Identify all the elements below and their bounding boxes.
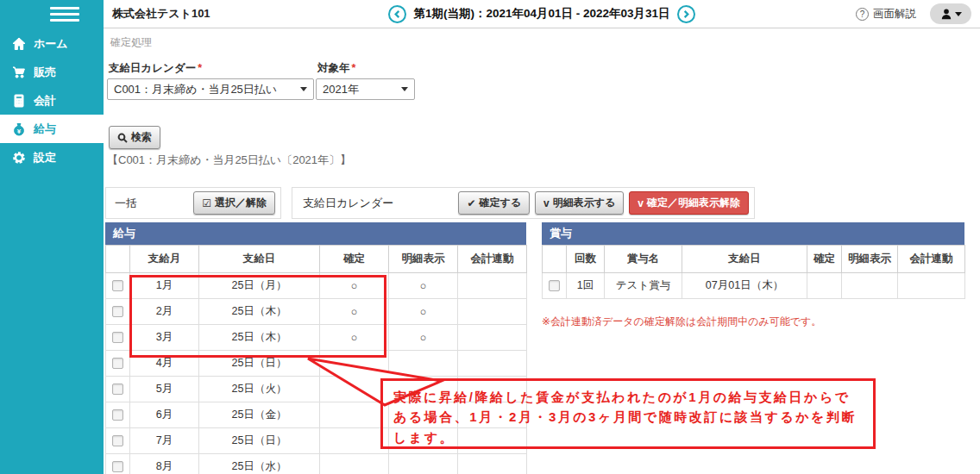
cell-month: 1月 — [130, 273, 199, 299]
table-row: 3月25日（木）○○ — [106, 325, 527, 351]
select-caret-icon — [300, 87, 307, 91]
row-checkbox[interactable] — [549, 280, 560, 291]
select-caret-icon — [401, 87, 408, 91]
row-checkbox[interactable] — [112, 332, 123, 343]
select-toggle-button[interactable]: ☑ 選択／解除 — [193, 191, 275, 215]
table-row: 1回テスト賞与07月01日（木） — [543, 273, 965, 299]
breadcrumb: 確定処理 — [110, 35, 152, 50]
year-select[interactable]: 2021年 — [316, 78, 415, 100]
column-header: 支給日 — [682, 246, 807, 273]
sidebar-item-accounting[interactable]: 会計 — [0, 86, 104, 115]
cell-detail: ○ — [389, 325, 458, 351]
salary-table-section: 給与 支給月支給日確定明細表示会計連動 1月25日（月）○○2月25日（木）○○… — [105, 222, 526, 474]
period-label: 第1期(当期)：2021年04月01日 - 2022年03月31日 — [413, 6, 669, 22]
cell-month: 3月 — [130, 325, 199, 351]
checkbox-edit-icon: ☑ — [202, 197, 211, 209]
show-detail-button[interactable]: v 明細表示する — [535, 191, 624, 215]
cell-month: 4月 — [130, 351, 199, 377]
sidebar: ホーム販売会計¥給与設定 — [0, 0, 104, 474]
row-checkbox[interactable] — [112, 306, 123, 317]
cell-date: 25日（日） — [199, 351, 320, 377]
calendar-select-value: C001：月末締め・当月25日払い — [114, 82, 277, 97]
confirm-button[interactable]: ✔ 確定する — [458, 191, 530, 215]
cell-confirmed — [320, 377, 389, 402]
screen: ホーム販売会計¥給与設定 株式会社テスト101 第1期(当期)：2021年04月… — [0, 0, 980, 474]
cell-accounting — [458, 377, 527, 402]
cell-accounting — [458, 273, 527, 299]
bulk-toolbar: 一括 ☑ 選択／解除 — [105, 187, 281, 219]
table-row: 8月25日（水） — [106, 454, 527, 474]
cell-detail: ○ — [389, 299, 458, 325]
cell-month: 8月 — [130, 454, 199, 474]
row-checkbox[interactable] — [112, 358, 123, 369]
hamburger-menu-icon[interactable] — [50, 7, 81, 24]
cell-detail — [389, 428, 458, 454]
bulk-label: 一括 — [115, 196, 137, 211]
next-period-button[interactable] — [677, 5, 695, 23]
detail-icon: v — [543, 197, 550, 209]
column-header: 確定 — [807, 246, 842, 273]
help-label: 画面解説 — [873, 7, 916, 22]
cell-date: 25日（月） — [199, 273, 320, 299]
calendar-select[interactable]: C001：月末締め・当月25日払い — [107, 78, 314, 100]
column-header: 会計連動 — [898, 246, 965, 273]
sidebar-item-label: 販売 — [34, 65, 56, 80]
svg-text:¥: ¥ — [16, 127, 21, 134]
salary-table-title: 給与 — [105, 222, 526, 245]
row-checkbox[interactable] — [112, 461, 123, 472]
question-icon: ? — [856, 8, 869, 21]
user-icon — [940, 8, 952, 20]
sidebar-item-settings[interactable]: 設定 — [0, 143, 104, 172]
cell-confirmed: ○ — [320, 325, 389, 351]
cell-date: 25日（火） — [199, 377, 320, 402]
table-row: 7月25日（日） — [106, 428, 527, 454]
table-row: 2月25日（木）○○ — [106, 299, 527, 325]
prev-period-button[interactable] — [388, 5, 406, 23]
top-header: 株式会社テスト101 第1期(当期)：2021年04月01日 - 2022年03… — [104, 0, 980, 28]
sidebar-item-label: ホーム — [34, 36, 68, 52]
help-link[interactable]: ? 画面解説 — [856, 7, 916, 22]
year-field-label: 対象年* — [317, 61, 355, 76]
sidebar-item-payroll[interactable]: ¥給与 — [0, 115, 104, 143]
cell-date: 25日（金） — [199, 402, 320, 428]
cell-detail: ○ — [389, 273, 458, 299]
cell-accounting — [458, 402, 527, 428]
column-header: 回数 — [567, 246, 605, 273]
column-header: 支給日 — [199, 246, 320, 273]
required-mark: * — [352, 62, 356, 74]
column-header: 賞与名 — [605, 246, 682, 273]
accounting-note: ※会計連動済データの確定解除は会計期間中のみ可能です。 — [542, 315, 821, 329]
cell-detail — [389, 454, 458, 474]
salary-table: 支給月支給日確定明細表示会計連動 1月25日（月）○○2月25日（木）○○3月2… — [105, 245, 527, 474]
cell-date: 25日（木） — [199, 299, 320, 325]
sidebar-item-home[interactable]: ホーム — [0, 29, 104, 58]
chevron-left-icon — [393, 10, 401, 18]
cell-accounting — [458, 351, 527, 377]
sidebar-item-label: 会計 — [34, 93, 56, 109]
sidebar-item-sales[interactable]: 販売 — [0, 58, 104, 86]
year-select-value: 2021年 — [323, 82, 359, 97]
row-checkbox[interactable] — [112, 384, 123, 395]
user-menu-button[interactable] — [930, 3, 971, 24]
topbar-right: ? 画面解説 — [856, 3, 971, 24]
cell-accounting — [458, 428, 527, 454]
bonus-table-title: 賞与 — [542, 222, 964, 245]
table-row: 6月25日（金） — [106, 402, 527, 428]
calculator-icon — [11, 93, 26, 108]
release-confirm-detail-button[interactable]: v 確定／明細表示解除 — [629, 191, 749, 215]
row-checkbox[interactable] — [112, 280, 123, 291]
row-checkbox[interactable] — [112, 435, 123, 446]
row-checkbox[interactable] — [112, 409, 123, 421]
chevron-right-icon — [682, 10, 690, 18]
bonus-table: 回数賞与名支給日確定明細表示会計連動 1回テスト賞与07月01日（木） — [542, 245, 965, 299]
cell-confirmed: ○ — [320, 299, 389, 325]
cart-icon — [11, 65, 26, 79]
sidebar-item-label: 給与 — [34, 122, 56, 137]
cell-month: 6月 — [130, 402, 199, 428]
search-button[interactable]: 検索 — [109, 126, 160, 149]
home-icon — [11, 36, 26, 51]
table-row: 5月25日（火） — [106, 377, 527, 402]
cell-date: 25日（木） — [199, 325, 320, 351]
column-header: 明細表示 — [842, 246, 898, 273]
bonus-table-header-row: 回数賞与名支給日確定明細表示会計連動 — [543, 246, 965, 273]
